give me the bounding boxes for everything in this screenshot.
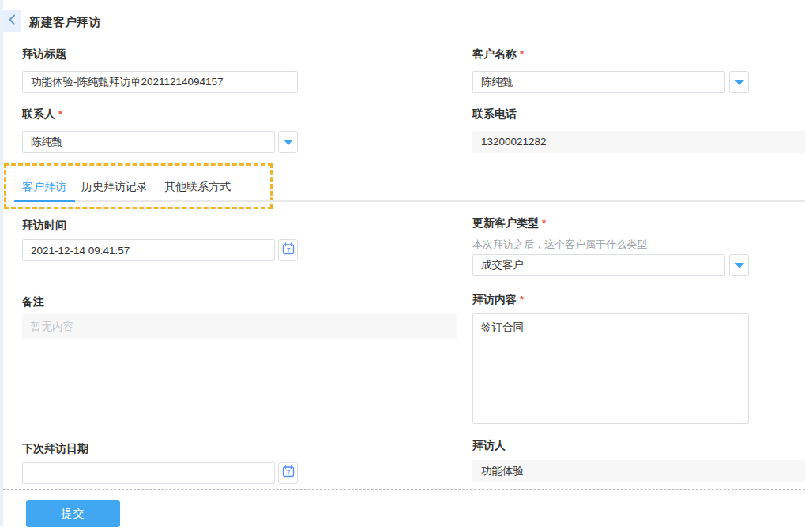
required-asterisk: * (542, 217, 546, 229)
tab-other-contacts[interactable]: 其他联系方式 (164, 180, 231, 194)
calendar-icon: 7 (282, 465, 295, 481)
required-asterisk: * (520, 48, 524, 60)
customer-type-select[interactable] (472, 254, 725, 276)
caret-down-icon (735, 80, 744, 85)
visit-title-label: 拜访标题 (22, 47, 66, 62)
required-asterisk: * (520, 294, 524, 305)
new-customer-visit-page: 新建客户拜访 拜访标题 客户名称* 联系人* 联系电话 13200021282 … (0, 0, 805, 532)
next-visit-date-input[interactable] (22, 462, 275, 484)
next-visit-date-calendar-button[interactable]: 7 (278, 462, 298, 484)
customer-type-dropdown-button[interactable] (729, 254, 749, 276)
tab-visit-history[interactable]: 历史拜访记录 (81, 180, 148, 194)
chevron-left-icon (8, 14, 17, 28)
visit-title-input[interactable] (22, 71, 298, 93)
required-asterisk: * (58, 108, 62, 120)
tab-customer-visit[interactable]: 客户拜访 (22, 180, 66, 194)
next-visit-date-label: 下次拜访日期 (22, 442, 88, 456)
customer-name-label: 客户名称* (472, 47, 524, 62)
visit-content-label: 拜访内容* (472, 293, 524, 307)
contact-label: 联系人* (22, 107, 62, 122)
calendar-icon: 7 (282, 242, 295, 258)
customer-type-hint: 本次拜访之后，这个客户属于什么类型 (472, 238, 647, 252)
back-button[interactable] (2, 10, 21, 32)
tabs-baseline (14, 200, 805, 202)
left-edge-strip (0, 0, 3, 526)
contact-dropdown-button[interactable] (278, 131, 298, 153)
caret-down-icon (735, 263, 744, 268)
contact-phone-label: 联系电话 (472, 107, 517, 122)
visit-time-label: 拜访时间 (22, 219, 66, 233)
visit-time-input[interactable] (22, 239, 275, 261)
customer-name-select[interactable] (472, 71, 725, 93)
svg-text:7: 7 (286, 469, 290, 477)
footer-divider (3, 489, 805, 490)
submit-button[interactable]: 提交 (26, 500, 120, 527)
caret-down-icon (284, 140, 293, 145)
tab-active-indicator (14, 200, 75, 202)
visitor-value: 功能体验 (472, 460, 805, 482)
contact-select[interactable] (22, 131, 275, 153)
contact-phone-value: 13200021282 (472, 131, 805, 153)
visit-content-textarea[interactable]: 签订合同 (472, 313, 749, 424)
remark-value: 暂无内容 (22, 314, 457, 339)
customer-type-label: 更新客户类型* (472, 216, 546, 230)
remark-label: 备注 (22, 295, 44, 309)
customer-name-dropdown-button[interactable] (729, 71, 749, 93)
visit-time-calendar-button[interactable]: 7 (278, 239, 298, 261)
visitor-label: 拜访人 (472, 439, 506, 453)
svg-text:7: 7 (286, 246, 290, 254)
page-title: 新建客户拜访 (29, 15, 100, 30)
